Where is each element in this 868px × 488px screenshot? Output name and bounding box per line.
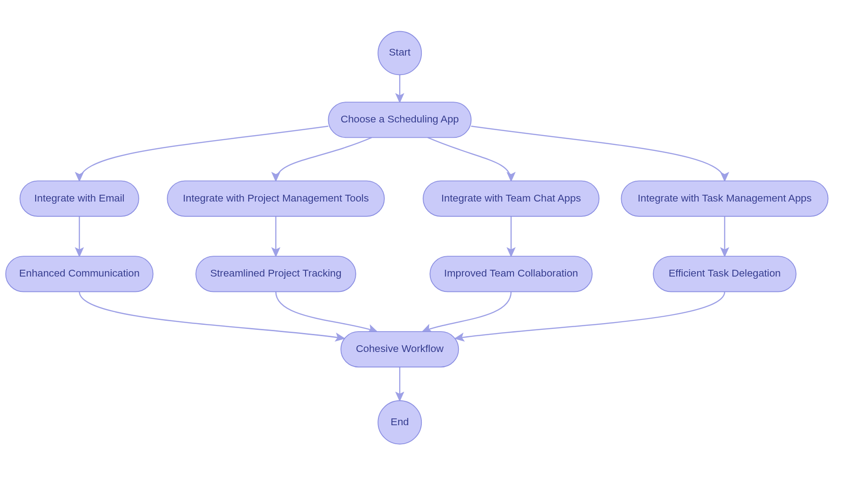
node-int-task: Integrate with Task Management Apps [621, 181, 828, 216]
node-int-task-label: Integrate with Task Management Apps [638, 192, 812, 204]
node-out-email-label: Enhanced Communication [19, 267, 139, 279]
node-int-pm-label: Integrate with Project Management Tools [183, 192, 368, 204]
node-cohesive: Cohesive Workflow [341, 332, 458, 367]
node-choose-label: Choose a Scheduling App [340, 113, 458, 125]
node-end-label: End [391, 416, 409, 427]
node-out-pm-label: Streamlined Project Tracking [210, 267, 341, 279]
node-out-chat-label: Improved Team Collaboration [444, 267, 578, 279]
node-start-label: Start [389, 46, 411, 58]
node-int-pm: Integrate with Project Management Tools [167, 181, 384, 216]
node-start: Start [378, 31, 421, 75]
node-out-chat: Improved Team Collaboration [430, 256, 592, 291]
flowchart-canvas: Start Choose a Scheduling App Integrate … [0, 0, 868, 488]
node-int-email: Integrate with Email [20, 181, 139, 216]
node-int-email-label: Integrate with Email [34, 192, 125, 204]
node-int-chat: Integrate with Team Chat Apps [423, 181, 599, 216]
node-out-pm: Streamlined Project Tracking [196, 256, 356, 291]
node-out-email: Enhanced Communication [6, 256, 153, 291]
node-cohesive-label: Cohesive Workflow [356, 343, 444, 354]
node-out-task-label: Efficient Task Delegation [669, 267, 781, 279]
node-end: End [378, 401, 421, 444]
node-choose: Choose a Scheduling App [328, 102, 471, 137]
node-out-task: Efficient Task Delegation [653, 256, 796, 291]
node-int-chat-label: Integrate with Team Chat Apps [441, 192, 581, 204]
